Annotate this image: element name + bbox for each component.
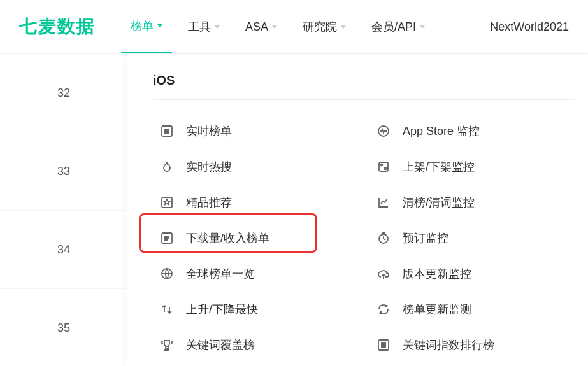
menu-label: 上升/下降最快: [186, 302, 258, 317]
menu-hot-search[interactable]: 实时热搜: [153, 151, 331, 182]
nav-label: ASA: [245, 20, 268, 34]
menu-label: App Store 监控: [403, 123, 480, 139]
header: 七麦数据 榜单 工具 ASA 研究院 会员/API NextWorld2021: [0, 0, 588, 54]
rankings-dropdown: iOS 实时榜单 实时热搜 精品推荐 下载量/收入榜单 全球榜单一览: [127, 54, 588, 366]
rank-cell: 33: [0, 132, 127, 211]
nav-tools[interactable]: 工具: [178, 0, 229, 53]
menu-keyword-coverage[interactable]: 关键词覆盖榜: [153, 330, 331, 360]
menu-featured[interactable]: 精品推荐: [153, 187, 331, 218]
menu-rank-update[interactable]: 榜单更新监测: [369, 294, 548, 325]
star-icon: [159, 195, 175, 210]
menu-label: 关键词指数排行榜: [403, 337, 494, 353]
menu-version-monitor[interactable]: 版本更新监控: [369, 258, 548, 289]
menu-global-rank[interactable]: 全球榜单一览: [153, 258, 331, 289]
trophy-icon: [159, 337, 175, 353]
rank-cell: 35: [0, 289, 127, 366]
menu-label: 精品推荐: [186, 195, 232, 210]
nav: 榜单 工具 ASA 研究院 会员/API: [121, 0, 434, 53]
fire-icon: [159, 159, 175, 174]
refresh-icon: [376, 302, 391, 317]
chart-icon: [376, 195, 391, 210]
caret-down-icon: [272, 25, 277, 29]
box-icon: [376, 159, 391, 174]
menu-realtime-rank[interactable]: 实时榜单: [153, 116, 331, 146]
globe-icon: [159, 266, 175, 281]
caret-down-icon: [341, 25, 346, 29]
dropdown-title: iOS: [153, 73, 575, 88]
menu-label: 清榜/清词监控: [403, 195, 475, 210]
rank-cell: 34: [0, 211, 127, 289]
menu-label: 下载量/收入榜单: [186, 230, 269, 246]
dropdown-columns: 实时榜单 实时热搜 精品推荐 下载量/收入榜单 全球榜单一览 上升/下降最快: [153, 116, 575, 360]
divider: [153, 99, 575, 100]
updown-icon: [159, 302, 175, 317]
nav-label: 研究院: [303, 19, 337, 34]
pulse-icon: [376, 123, 391, 139]
menu-label: 版本更新监控: [403, 266, 471, 281]
list-icon: [159, 123, 175, 139]
nav-api[interactable]: 会员/API: [362, 0, 434, 53]
caret-down-icon: [420, 25, 425, 29]
menu-label: 全球榜单一览: [186, 266, 255, 281]
logo[interactable]: 七麦数据: [19, 15, 96, 39]
dropdown-col-2: App Store 监控 上架/下架监控 清榜/清词监控 预订监控 版本更新监控…: [369, 116, 548, 360]
nav-label: 工具: [188, 19, 211, 34]
menu-label: 实时热搜: [186, 159, 232, 174]
nav-label: 榜单: [131, 18, 154, 34]
menu-clear-monitor[interactable]: 清榜/清词监控: [369, 187, 548, 218]
cloud-icon: [376, 266, 391, 281]
caret-down-icon: [157, 24, 162, 27]
nav-asa[interactable]: ASA: [236, 0, 287, 53]
caret-down-icon: [215, 25, 220, 29]
user-name[interactable]: NextWorld2021: [490, 20, 569, 34]
menu-label: 实时榜单: [186, 123, 232, 139]
menu-listing-monitor[interactable]: 上架/下架监控: [369, 151, 548, 182]
menu-preorder-monitor[interactable]: 预订监控: [369, 223, 548, 253]
rank-cell: 32: [0, 54, 127, 132]
svg-point-7: [385, 168, 387, 170]
menu-label: 关键词覆盖榜: [186, 337, 255, 353]
side-rank-column: 32 33 34 35: [0, 54, 127, 366]
menu-label: 上架/下架监控: [403, 159, 475, 174]
menu-keyword-index[interactable]: 关键词指数排行榜: [369, 330, 548, 360]
menu-appstore-monitor[interactable]: App Store 监控: [369, 116, 548, 146]
svg-point-6: [381, 164, 383, 166]
timer-icon: [376, 230, 391, 246]
menu-label: 预订监控: [403, 230, 448, 246]
nav-research[interactable]: 研究院: [293, 0, 355, 53]
nav-label: 会员/API: [371, 19, 416, 34]
menu-label: 榜单更新监测: [403, 302, 471, 317]
list-icon: [159, 230, 175, 246]
menu-rise-fall[interactable]: 上升/下降最快: [153, 294, 331, 325]
list-icon: [376, 337, 391, 353]
menu-download-revenue[interactable]: 下载量/收入榜单: [153, 223, 331, 253]
dropdown-col-1: 实时榜单 实时热搜 精品推荐 下载量/收入榜单 全球榜单一览 上升/下降最快: [153, 116, 331, 360]
svg-rect-5: [379, 162, 388, 171]
nav-rankings[interactable]: 榜单: [121, 0, 172, 53]
